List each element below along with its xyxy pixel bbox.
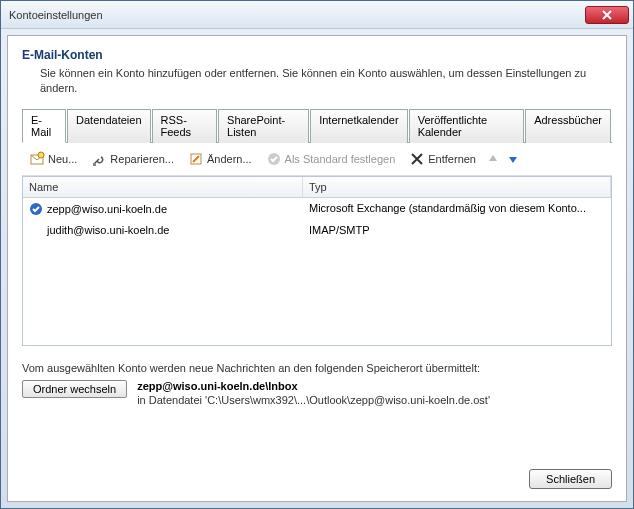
delivery-info: zepp@wiso.uni-koeln.de\Inbox in Datendat… (137, 380, 612, 406)
account-name: judith@wiso.uni-koeln.de (47, 224, 169, 236)
repair-button[interactable]: Reparieren... (88, 149, 177, 169)
column-type[interactable]: Typ (303, 177, 611, 197)
account-name: zepp@wiso.uni-koeln.de (47, 203, 167, 215)
section-subheading: Sie können ein Konto hinzufügen oder ent… (40, 66, 612, 96)
account-type: IMAP/SMTP (303, 222, 611, 238)
delivery-row: Ordner wechseln zepp@wiso.uni-koeln.de\I… (22, 380, 612, 406)
titlebar: Kontoeinstellungen (1, 1, 633, 29)
change-icon (188, 151, 204, 167)
accounts-table: Name Typ zepp@wiso.uni-koeln.de Microsof… (22, 176, 612, 346)
tab-rss[interactable]: RSS-Feeds (152, 109, 218, 143)
change-folder-button[interactable]: Ordner wechseln (22, 380, 127, 398)
change-button[interactable]: Ändern... (185, 149, 255, 169)
account-settings-window: Kontoeinstellungen E-Mail-Konten Sie kön… (0, 0, 634, 509)
tab-internet-calendar[interactable]: Internetkalender (310, 109, 408, 143)
new-button[interactable]: Neu... (26, 149, 80, 169)
move-up-button (487, 153, 499, 165)
tabs: E-Mail Datendateien RSS-Feeds SharePoint… (22, 108, 612, 143)
delivery-path: zepp@wiso.uni-koeln.de\Inbox (137, 380, 612, 392)
delivery-intro: Vom ausgewählten Konto werden neue Nachr… (22, 362, 612, 374)
tab-published-calendar[interactable]: Veröffentlichte Kalender (409, 109, 524, 143)
close-button[interactable]: Schließen (529, 469, 612, 489)
tab-datafiles[interactable]: Datendateien (67, 109, 150, 143)
table-row[interactable]: judith@wiso.uni-koeln.de IMAP/SMTP (23, 220, 611, 240)
window-close-button[interactable] (585, 6, 629, 24)
column-name[interactable]: Name (23, 177, 303, 197)
repair-label: Reparieren... (110, 153, 174, 165)
delivery-file: in Datendatei 'C:\Users\wmx392\...\Outlo… (137, 394, 612, 406)
table-header: Name Typ (23, 177, 611, 198)
new-icon (29, 151, 45, 167)
section-heading: E-Mail-Konten (22, 48, 612, 62)
default-account-icon (29, 202, 43, 216)
set-default-label: Als Standard festlegen (285, 153, 396, 165)
new-label: Neu... (48, 153, 77, 165)
remove-icon (409, 151, 425, 167)
tab-email[interactable]: E-Mail (22, 109, 66, 143)
table-body: zepp@wiso.uni-koeln.de Microsoft Exchang… (23, 198, 611, 240)
toolbar: Neu... Reparieren... Ändern... Als Stand… (22, 143, 612, 176)
tab-sharepoint[interactable]: SharePoint-Listen (218, 109, 309, 143)
check-icon (266, 151, 282, 167)
svg-point-1 (38, 152, 44, 158)
set-default-button: Als Standard festlegen (263, 149, 399, 169)
dialog-content: E-Mail-Konten Sie können ein Konto hinzu… (7, 35, 627, 502)
window-title: Kontoeinstellungen (9, 9, 585, 21)
dialog-footer: Schließen (529, 469, 612, 489)
close-icon (602, 10, 612, 20)
repair-icon (91, 151, 107, 167)
account-type: Microsoft Exchange (standardmäßig von di… (303, 200, 611, 218)
tab-addressbooks[interactable]: Adressbücher (525, 109, 611, 143)
table-row[interactable]: zepp@wiso.uni-koeln.de Microsoft Exchang… (23, 198, 611, 220)
remove-label: Entfernen (428, 153, 476, 165)
change-label: Ändern... (207, 153, 252, 165)
remove-button[interactable]: Entfernen (406, 149, 479, 169)
move-down-button[interactable] (507, 153, 519, 165)
svg-rect-2 (93, 163, 96, 166)
